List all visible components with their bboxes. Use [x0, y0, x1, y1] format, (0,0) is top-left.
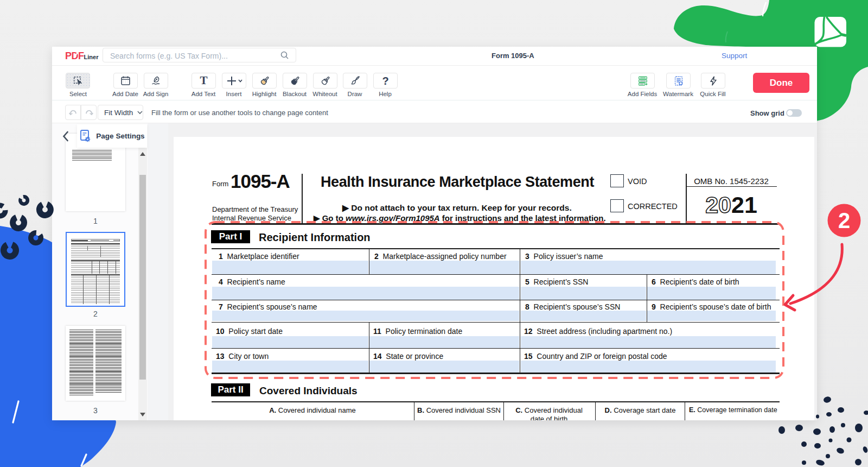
svg-text:2: 2: [838, 209, 850, 232]
